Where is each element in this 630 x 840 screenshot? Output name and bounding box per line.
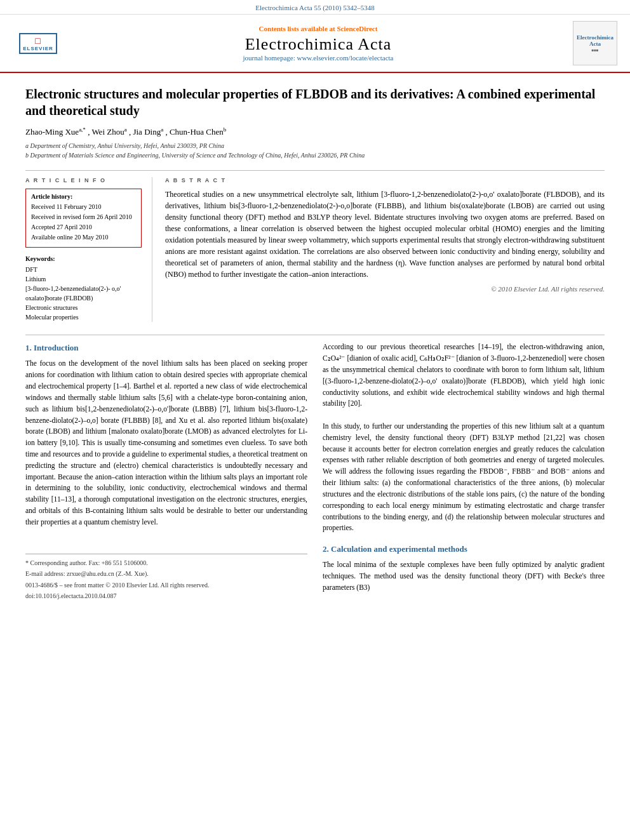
keyword-2: Lithium [25, 274, 142, 284]
available-date: Available online 20 May 2010 [31, 233, 136, 242]
article-info-column: A R T I C L E I N F O Article history: R… [25, 177, 152, 322]
author4: , Chun-Hua Chen [165, 127, 223, 137]
body-content: 1. Introduction The focus on the develop… [25, 342, 605, 602]
author2-sup: a [124, 126, 127, 133]
email-footnote: E-mail address: zrxue@ahu.edu.cn (Z.-M. … [25, 569, 307, 579]
author3: , Jia Ding [129, 127, 161, 137]
keywords-section: Keywords: DFT Lithium [3-fluoro-1,2-benz… [25, 255, 142, 322]
authors-line: Zhao-Ming Xuea,* , Wei Zhoua , Jia Dinga… [25, 126, 605, 137]
intro-paragraph-1: The focus on the development of the nove… [25, 358, 307, 528]
keyword-3: [3-fluoro-1,2-benzenedialato(2-)- o,o' o… [25, 284, 142, 303]
divider-1 [25, 170, 605, 171]
body-col-right: According to our previous theoretical re… [323, 342, 605, 602]
author1-sup: a,* [79, 126, 86, 133]
author4-sup: b [224, 126, 227, 133]
body-col-left: 1. Introduction The focus on the develop… [25, 342, 307, 602]
author1: Zhao-Ming Xue [25, 127, 79, 137]
elsevier-logo: □ ELSEVIER [13, 33, 64, 54]
affiliation-a: a Department of Chemistry, Anhui Univers… [25, 141, 605, 150]
article-title: Electronic structures and molecular prop… [25, 86, 605, 119]
keyword-1: DFT [25, 265, 142, 274]
revised-date: Received in revised form 26 April 2010 [31, 213, 136, 222]
footnotes: * Corresponding author. Fax: +86 551 510… [25, 554, 307, 601]
corresponding-footnote: * Corresponding author. Fax: +86 551 510… [25, 558, 307, 568]
main-content: Electronic structures and molecular prop… [0, 73, 630, 615]
journal-homepage[interactable]: journal homepage: www.elsevier.com/locat… [64, 54, 573, 62]
article-info-header: A R T I C L E I N F O [25, 177, 142, 183]
keyword-5: Molecular properties [25, 312, 142, 322]
author3-sup: a [161, 126, 163, 133]
article-info-abstract-row: A R T I C L E I N F O Article history: R… [25, 177, 605, 322]
issn-footnote: 0013-4686/$ – see front matter © 2010 El… [25, 580, 307, 590]
journal-logo-right: Electrochimica Acta ■■■ [573, 21, 617, 65]
received-date: Received 11 February 2010 [31, 203, 136, 211]
article-history-box: Article history: Received 11 February 20… [25, 189, 142, 248]
calc-paragraph-1: The local minima of the sextuple complex… [323, 559, 605, 593]
citation-text: Electrochimica Acta 55 (2010) 5342–5348 [255, 4, 375, 11]
keyword-4: Electronic structures [25, 303, 142, 312]
doi-footnote: doi:10.1016/j.electacta.2010.04.087 [25, 591, 307, 601]
keywords-title: Keywords: [25, 255, 142, 262]
history-title: Article history: [31, 193, 136, 200]
author2: , Wei Zhou [88, 127, 124, 137]
affiliations: a Department of Chemistry, Anhui Univers… [25, 141, 605, 160]
journal-title: Electrochimica Acta [64, 35, 573, 54]
abstract-text: Theoretical studies on a new unsymmetric… [165, 189, 605, 280]
affiliation-b: b Department of Materials Science and En… [25, 150, 605, 160]
journal-header: □ ELSEVIER Contents lists available at S… [0, 15, 630, 73]
sciencedirect-label: Contents lists available at ScienceDirec… [64, 25, 573, 32]
accepted-date: Accepted 27 April 2010 [31, 223, 136, 232]
intro-paragraph-right-1: According to our previous theoretical re… [323, 342, 605, 410]
abstract-header: A B S T R A C T [165, 177, 605, 183]
intro-paragraph-right-2: In this study, to further our understand… [323, 421, 605, 534]
journal-citation-bar: Electrochimica Acta 55 (2010) 5342–5348 [0, 0, 630, 15]
copyright-notice: © 2010 Elsevier Ltd. All rights reserved… [165, 285, 605, 293]
section2-title: 2. Calculation and experimental methods [323, 543, 605, 556]
elsevier-text: ELSEVIER [23, 46, 53, 51]
journal-header-center: Contents lists available at ScienceDirec… [64, 25, 573, 62]
divider-2 [25, 335, 605, 335]
abstract-column: A B S T R A C T Theoretical studies on a… [165, 177, 605, 322]
sciencedirect-name[interactable]: ScienceDirect [337, 25, 377, 32]
section1-title: 1. Introduction [25, 342, 307, 354]
